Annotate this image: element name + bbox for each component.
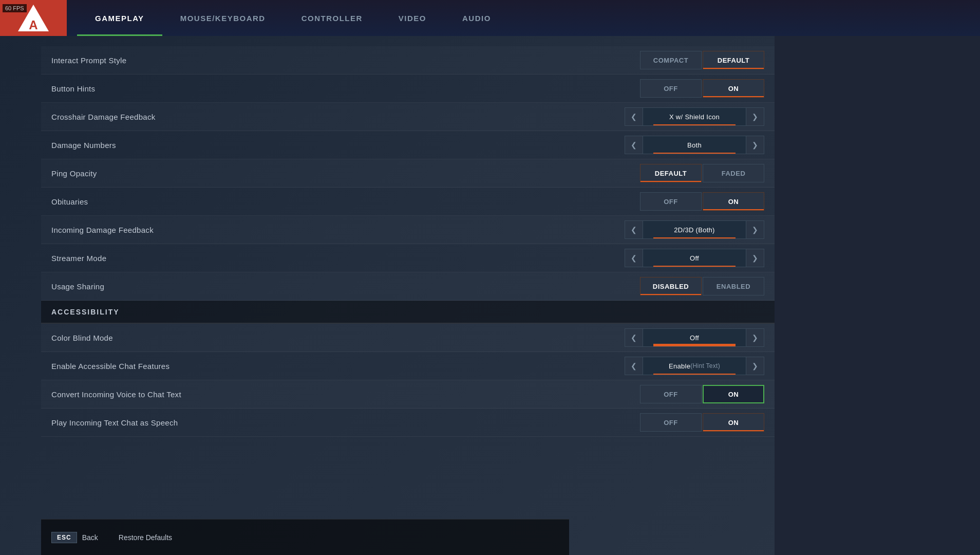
section-accessibility-title: ACCESSIBILITY	[51, 308, 120, 316]
toggle-interact-prompt-style: Compact Default	[640, 51, 764, 69]
label-streamer-mode: Streamer Mode	[51, 254, 625, 263]
bottom-bar: ESC Back Restore Defaults	[41, 519, 569, 555]
right-panel	[775, 0, 980, 555]
toggle-voice-to-chat: Off On	[640, 385, 764, 403]
setting-ping-opacity: Ping Opacity Default Faded	[41, 159, 775, 188]
toggle-obituaries-off[interactable]: Off	[640, 192, 702, 211]
arrow-left-streamer[interactable]: ❮	[625, 249, 643, 267]
arrow-right-damage-numbers[interactable]: ❯	[746, 136, 764, 154]
value-damage-numbers: Both	[643, 136, 746, 154]
control-incoming-damage-feedback: ❮ 2D/3D (Both) ❯	[625, 220, 764, 239]
esc-key: ESC	[51, 532, 77, 543]
control-button-hints: Off On	[640, 79, 764, 98]
setting-interact-prompt-style: Interact Prompt Style Compact Default	[41, 46, 775, 75]
label-crosshair-damage-feedback: Crosshair Damage Feedback	[51, 113, 625, 121]
arrow-right-incoming-damage[interactable]: ❯	[746, 220, 764, 239]
toggle-usage-enabled[interactable]: Enabled	[703, 277, 764, 295]
arrow-damage-numbers: ❮ Both ❯	[625, 136, 764, 154]
toggle-ping-faded[interactable]: Faded	[703, 164, 764, 182]
toggle-tts-on[interactable]: On	[703, 413, 764, 432]
back-label: Back	[82, 533, 98, 542]
setting-voice-to-chat: Convert Incoming Voice to Chat Text Off …	[41, 380, 775, 409]
value-streamer-mode: Off	[643, 249, 746, 267]
restore-defaults-action[interactable]: Restore Defaults	[119, 533, 172, 542]
toggle-text-to-speech: Off On	[640, 413, 764, 432]
section-accessibility: ACCESSIBILITY	[41, 301, 775, 324]
toggle-hints-off[interactable]: Off	[640, 79, 702, 98]
tab-gameplay[interactable]: GAMEPLAY	[77, 0, 162, 36]
label-text-to-speech: Play Incoming Text Chat as Speech	[51, 418, 640, 427]
tab-mouse-keyboard[interactable]: MOUSE/KEYBOARD	[162, 0, 284, 36]
label-interact-prompt-style: Interact Prompt Style	[51, 56, 640, 65]
nav-bar: GAMEPLAY MOUSE/KEYBOARD CONTROLLER VIDEO…	[0, 0, 980, 36]
control-color-blind-mode: ❮ Off ❯	[625, 328, 764, 347]
setting-button-hints: Button Hints Off On	[41, 75, 775, 103]
value-accessible-chat: Enable (Hint Text)	[643, 357, 746, 375]
label-usage-sharing: Usage Sharing	[51, 282, 640, 291]
control-ping-opacity: Default Faded	[640, 164, 764, 182]
control-obituaries: Off On	[640, 192, 764, 211]
toggle-hints-on[interactable]: On	[703, 79, 764, 98]
control-crosshair-damage-feedback: ❮ X w/ Shield Icon ❯	[625, 107, 764, 126]
back-action[interactable]: ESC Back	[51, 532, 98, 543]
tab-audio[interactable]: AUDIO	[444, 0, 509, 36]
setting-incoming-damage-feedback: Incoming Damage Feedback ❮ 2D/3D (Both) …	[41, 216, 775, 244]
settings-panel: Interact Prompt Style Compact Default Bu…	[41, 46, 775, 514]
arrow-crosshair-damage-feedback: ❮ X w/ Shield Icon ❯	[625, 107, 764, 126]
setting-accessible-chat: Enable Accessible Chat Features ❮ Enable…	[41, 352, 775, 380]
arrow-left-color-blind[interactable]: ❮	[625, 328, 643, 347]
toggle-button-hints: Off On	[640, 79, 764, 98]
label-damage-numbers: Damage Numbers	[51, 141, 625, 150]
value-crosshair-damage-feedback: X w/ Shield Icon	[643, 107, 746, 126]
tab-video[interactable]: VIDEO	[381, 0, 444, 36]
setting-crosshair-damage-feedback: Crosshair Damage Feedback ❮ X w/ Shield …	[41, 103, 775, 131]
value-color-blind-mode: Off	[643, 328, 746, 347]
settings-list: Interact Prompt Style Compact Default Bu…	[41, 46, 775, 437]
toggle-usage-disabled[interactable]: Disabled	[640, 277, 702, 295]
control-streamer-mode: ❮ Off ❯	[625, 249, 764, 267]
arrow-accessible-chat: ❮ Enable (Hint Text) ❯	[625, 357, 764, 375]
setting-usage-sharing: Usage Sharing Disabled Enabled	[41, 272, 775, 301]
label-ping-opacity: Ping Opacity	[51, 169, 640, 178]
arrow-right-crosshair[interactable]: ❯	[746, 107, 764, 126]
value-incoming-damage-feedback: 2D/3D (Both)	[643, 220, 746, 239]
arrow-streamer-mode: ❮ Off ❯	[625, 249, 764, 267]
arrow-left-accessible-chat[interactable]: ❮	[625, 357, 643, 375]
fps-badge: 60 FPS	[3, 4, 27, 12]
toggle-ping-default[interactable]: Default	[640, 164, 702, 182]
arrow-color-blind-mode: ❮ Off ❯	[625, 328, 764, 347]
toggle-ping-opacity: Default Faded	[640, 164, 764, 182]
label-accessible-chat: Enable Accessible Chat Features	[51, 362, 625, 371]
toggle-voice-off[interactable]: Off	[640, 385, 702, 403]
tab-controller[interactable]: CONTROLLER	[284, 0, 381, 36]
arrow-left-crosshair[interactable]: ❮	[625, 107, 643, 126]
arrow-left-incoming-damage[interactable]: ❮	[625, 220, 643, 239]
toggle-voice-on[interactable]: On	[703, 385, 764, 403]
setting-damage-numbers: Damage Numbers ❮ Both ❯	[41, 131, 775, 159]
arrow-right-streamer[interactable]: ❯	[746, 249, 764, 267]
restore-defaults-label: Restore Defaults	[119, 533, 172, 542]
label-obituaries: Obituaries	[51, 197, 640, 206]
control-text-to-speech: Off On	[640, 413, 764, 432]
toggle-obituaries: Off On	[640, 192, 764, 211]
main-content: Interact Prompt Style Compact Default Bu…	[41, 36, 775, 555]
setting-color-blind-mode: Color Blind Mode ❮ Off ❯	[41, 324, 775, 352]
label-incoming-damage-feedback: Incoming Damage Feedback	[51, 226, 625, 234]
toggle-default[interactable]: Default	[703, 51, 764, 69]
arrow-right-color-blind[interactable]: ❯	[746, 328, 764, 347]
arrow-incoming-damage-feedback: ❮ 2D/3D (Both) ❯	[625, 220, 764, 239]
control-accessible-chat: ❮ Enable (Hint Text) ❯	[625, 357, 764, 375]
toggle-usage-sharing: Disabled Enabled	[640, 277, 764, 295]
control-voice-to-chat: Off On	[640, 385, 764, 403]
label-color-blind-mode: Color Blind Mode	[51, 334, 625, 342]
setting-text-to-speech: Play Incoming Text Chat as Speech Off On	[41, 409, 775, 437]
setting-streamer-mode: Streamer Mode ❮ Off ❯	[41, 244, 775, 272]
toggle-tts-off[interactable]: Off	[640, 413, 702, 432]
control-interact-prompt-style: Compact Default	[640, 51, 764, 69]
arrow-left-damage-numbers[interactable]: ❮	[625, 136, 643, 154]
arrow-right-accessible-chat[interactable]: ❯	[746, 357, 764, 375]
toggle-compact[interactable]: Compact	[640, 51, 702, 69]
control-usage-sharing: Disabled Enabled	[640, 277, 764, 295]
nav-tabs: GAMEPLAY MOUSE/KEYBOARD CONTROLLER VIDEO…	[77, 0, 509, 36]
toggle-obituaries-on[interactable]: On	[703, 192, 764, 211]
